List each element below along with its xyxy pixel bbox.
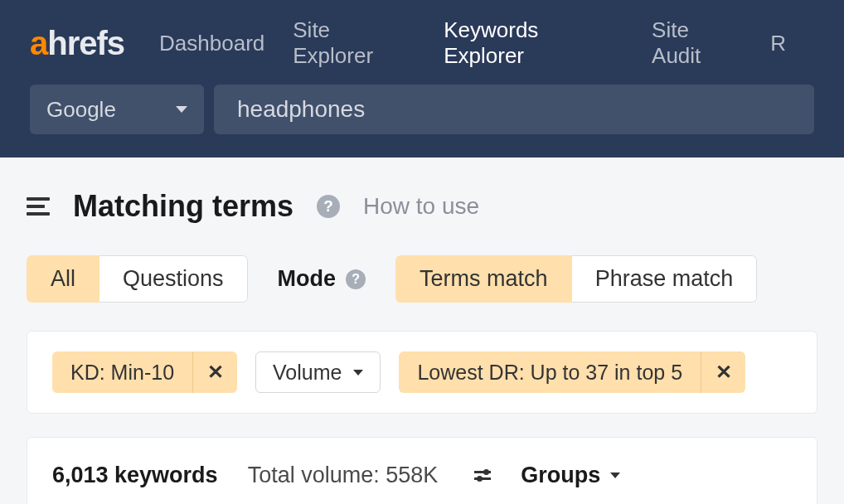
nav-site-audit[interactable]: Site Audit [652, 17, 742, 69]
close-icon: ✕ [715, 361, 732, 384]
how-to-use-link[interactable]: How to use [363, 193, 479, 220]
logo[interactable]: ahrefs [30, 25, 124, 62]
chevron-down-icon [176, 106, 187, 113]
nav-keywords-explorer[interactable]: Keywords Explorer [444, 17, 623, 69]
sliders-icon[interactable] [474, 471, 491, 480]
scope-all-button[interactable]: All [27, 255, 99, 303]
logo-rest: hrefs [47, 25, 124, 61]
main-content: Matching terms ? How to use All Question… [0, 158, 844, 504]
mode-terms-match-button[interactable]: Terms match [395, 255, 572, 303]
search-row: Google [0, 66, 844, 134]
stats-panel: 6,013 keywords Total volume: 558K Groups [27, 437, 817, 504]
filter-kd-remove[interactable]: ✕ [192, 351, 237, 393]
search-engine-value: Google [46, 97, 116, 123]
scope-segment: All Questions [27, 255, 248, 303]
mode-label: Mode ? [278, 266, 366, 292]
volume-label: Volume [273, 361, 342, 385]
title-row: Matching terms ? How to use [27, 189, 817, 224]
groups-label: Groups [521, 463, 600, 488]
app-header: ahrefs Dashboard Site Explorer Keywords … [0, 0, 844, 158]
logo-letter-a: a [30, 25, 47, 61]
menu-icon[interactable] [27, 197, 50, 216]
groups-toggle[interactable]: Groups [521, 463, 620, 488]
filter-kd-label: KD: Min-10 [52, 361, 192, 385]
mode-phrase-match-button[interactable]: Phrase match [572, 255, 758, 303]
filter-dr-remove[interactable]: ✕ [701, 351, 745, 393]
close-icon: ✕ [207, 361, 224, 384]
chevron-down-icon [610, 472, 620, 478]
page-title: Matching terms [73, 189, 293, 224]
nav-bar: ahrefs Dashboard Site Explorer Keywords … [0, 0, 844, 66]
filter-chip-kd[interactable]: KD: Min-10 ✕ [52, 351, 237, 393]
nav-dashboard[interactable]: Dashboard [159, 31, 264, 56]
keyword-input[interactable] [214, 85, 814, 134]
search-engine-select[interactable]: Google [30, 85, 204, 134]
help-icon[interactable]: ? [317, 195, 340, 218]
total-volume: Total volume: 558K [248, 463, 439, 488]
filters-panel: KD: Min-10 ✕ Volume Lowest DR: Up to 37 … [27, 331, 817, 414]
nav-site-explorer[interactable]: Site Explorer [293, 17, 415, 69]
scope-questions-button[interactable]: Questions [99, 255, 248, 303]
mode-segment: Terms match Phrase match [395, 255, 757, 303]
nav-cut[interactable]: R [770, 31, 786, 56]
filter-dr-label: Lowest DR: Up to 37 in top 5 [399, 361, 701, 385]
chevron-down-icon [353, 370, 363, 376]
segment-row: All Questions Mode ? Terms match Phrase … [27, 255, 817, 303]
keywords-count: 6,013 keywords [52, 463, 218, 488]
volume-filter-select[interactable]: Volume [255, 351, 381, 393]
filter-chip-dr[interactable]: Lowest DR: Up to 37 in top 5 ✕ [399, 351, 745, 393]
help-icon[interactable]: ? [346, 269, 366, 289]
